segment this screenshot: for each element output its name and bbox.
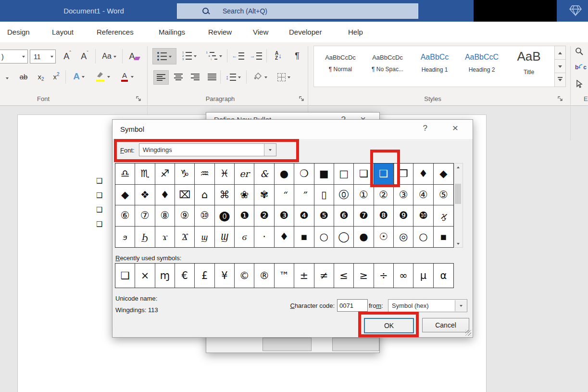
bullets-button[interactable] bbox=[152, 48, 176, 64]
symbol-cell[interactable]: ≠ bbox=[314, 264, 334, 288]
symbol-cell[interactable]: ❻ bbox=[334, 205, 354, 227]
tab-mailings[interactable]: Mailings bbox=[159, 22, 185, 42]
multilevel-list-button[interactable]: 1ai bbox=[203, 48, 225, 63]
numbering-button[interactable]: 123 bbox=[179, 48, 200, 63]
tab-developer[interactable]: Developer bbox=[289, 22, 322, 42]
symbol-cell[interactable]: ɱ bbox=[155, 264, 175, 288]
symbol-cell[interactable]: ⑧ bbox=[155, 205, 175, 227]
highlight-color-button[interactable] bbox=[92, 70, 113, 83]
borders-button[interactable] bbox=[273, 70, 294, 84]
symbol-cell[interactable]: ❿ bbox=[413, 205, 433, 227]
symbol-cell[interactable]: ● bbox=[354, 227, 374, 248]
symbol-cell[interactable]: ⑨ bbox=[175, 205, 195, 227]
symbol-cell[interactable]: ❑ bbox=[115, 264, 135, 288]
symbol-cell[interactable]: & bbox=[254, 164, 274, 185]
symbol-cell[interactable]: Ϣ bbox=[215, 227, 235, 248]
symbol-cell[interactable]: ◆ bbox=[434, 164, 453, 185]
styles-scroll-down[interactable] bbox=[554, 59, 566, 74]
style-card-heading-1[interactable]: AaBbCcHeading 1 bbox=[412, 48, 457, 85]
symbol-cell[interactable]: ™ bbox=[275, 264, 294, 288]
shading-button[interactable] bbox=[250, 70, 271, 84]
symbol-cell[interactable]: ❒ bbox=[394, 164, 413, 185]
tab-help[interactable]: Help bbox=[348, 22, 363, 42]
character-code-input[interactable] bbox=[337, 299, 368, 312]
symbol-cell[interactable]: µ bbox=[413, 264, 433, 288]
symbol-cell[interactable]: ϧ bbox=[115, 227, 135, 248]
tab-design[interactable]: Design bbox=[7, 22, 30, 42]
line-spacing-button[interactable]: ↕ bbox=[223, 70, 243, 84]
scroll-up-button[interactable] bbox=[454, 164, 462, 171]
scroll-thumb[interactable] bbox=[455, 184, 461, 204]
search-input[interactable]: Search (Alt+Q) bbox=[177, 3, 418, 19]
symbol-cell[interactable]: ♒ bbox=[195, 164, 214, 185]
symbol-cell[interactable]: ♎ bbox=[115, 164, 135, 185]
symbol-cell[interactable]: □ bbox=[334, 164, 354, 185]
symbol-cell[interactable]: ❏ bbox=[354, 164, 374, 185]
ok-button[interactable]: OK bbox=[364, 318, 414, 333]
dialog-title-bar[interactable]: Symbol ? × bbox=[113, 120, 473, 139]
symbol-cell[interactable]: ▪ bbox=[294, 227, 314, 248]
symbol-cell[interactable]: ❾ bbox=[394, 205, 413, 227]
style-card-title[interactable]: AaBTitle bbox=[506, 48, 551, 85]
symbol-cell[interactable]: ◯ bbox=[334, 227, 354, 248]
tab-references[interactable]: References bbox=[97, 22, 134, 42]
symbol-cell[interactable]: ■ bbox=[314, 164, 334, 185]
chevron-down-icon[interactable] bbox=[264, 144, 276, 156]
symbol-cell[interactable]: α bbox=[434, 264, 453, 288]
chevron-down-icon[interactable] bbox=[455, 300, 467, 311]
symbol-cell[interactable]: ② bbox=[374, 185, 394, 206]
symbol-cell[interactable]: ❸ bbox=[275, 205, 294, 227]
symbol-cell[interactable]: × bbox=[135, 264, 155, 288]
align-right-button[interactable] bbox=[188, 70, 202, 84]
symbol-cell[interactable]: ♓ bbox=[215, 164, 235, 185]
symbol-cell[interactable]: ♦ bbox=[413, 164, 433, 185]
symbol-cell[interactable]: ③ bbox=[394, 185, 413, 206]
symbol-cell[interactable]: ○ bbox=[314, 227, 334, 248]
tab-layout[interactable]: Layout bbox=[52, 22, 74, 42]
underline-chevron[interactable] bbox=[4, 73, 9, 82]
symbol-cell[interactable]: ⌧ bbox=[175, 185, 195, 206]
symbol-cell[interactable]: ” bbox=[294, 185, 314, 206]
symbol-cell[interactable]: ♦ bbox=[275, 227, 294, 248]
symbol-cell[interactable]: ⑥ bbox=[115, 205, 135, 227]
style-card--normal[interactable]: AaBbCcDc¶ Normal bbox=[318, 48, 363, 85]
symbol-cell[interactable]: ♦ bbox=[155, 185, 175, 206]
symbol-cell[interactable]: ⌂ bbox=[195, 185, 214, 206]
symbol-cell[interactable]: ≥ bbox=[354, 264, 374, 288]
font-dialog-launcher[interactable] bbox=[136, 96, 143, 103]
symbol-cell[interactable]: ◆ bbox=[115, 185, 135, 206]
style-card--no-spac-[interactable]: AaBbCcDc¶ No Spac... bbox=[365, 48, 410, 85]
style-card-heading-2[interactable]: AaBbCcCHeading 2 bbox=[459, 48, 504, 85]
symbol-cell[interactable]: ⑩ bbox=[195, 205, 214, 227]
paragraph-dialog-launcher[interactable] bbox=[299, 96, 306, 103]
symbol-cell[interactable]: ◎ bbox=[394, 227, 413, 248]
pilcrow-button[interactable]: ¶ bbox=[290, 48, 304, 63]
symbol-cell[interactable]: ♑ bbox=[175, 164, 195, 185]
replace-button[interactable]: bc bbox=[575, 63, 587, 71]
scroll-down-button[interactable] bbox=[454, 240, 462, 247]
symbol-cell[interactable]: ① bbox=[354, 185, 374, 206]
symbol-cell[interactable]: “ bbox=[275, 185, 294, 206]
symbol-cell[interactable]: ♐ bbox=[155, 164, 175, 185]
symbol-cell[interactable]: ⑤ bbox=[434, 185, 453, 206]
shrink-font-button[interactable]: A ˇ bbox=[77, 50, 92, 63]
help-icon[interactable]: ? bbox=[423, 124, 427, 133]
clear-formatting-button[interactable]: A bbox=[126, 50, 143, 63]
align-center-button[interactable] bbox=[171, 70, 186, 84]
text-effects-button[interactable]: A bbox=[69, 70, 88, 83]
font-color-button[interactable]: A bbox=[117, 70, 137, 83]
align-left-button[interactable] bbox=[153, 70, 169, 85]
symbol-cell[interactable]: ϗ bbox=[434, 205, 453, 227]
select-button[interactable] bbox=[575, 80, 583, 90]
symbol-cell[interactable]: ☉ bbox=[374, 227, 394, 248]
symbol-cell[interactable]: ○ bbox=[413, 227, 433, 248]
grow-font-button[interactable]: A ˆ bbox=[60, 50, 75, 63]
symbol-cell[interactable]: £ bbox=[195, 264, 214, 288]
strikethrough-button[interactable]: ab bbox=[15, 70, 32, 83]
symbol-cell[interactable]: € bbox=[175, 264, 195, 288]
symbol-cell[interactable]: ▯ bbox=[314, 185, 334, 206]
symbol-cell[interactable]: ⓿ bbox=[215, 205, 235, 227]
decrease-indent-button[interactable]: ← bbox=[230, 49, 246, 63]
font-select[interactable]: Wingdings bbox=[139, 143, 276, 156]
superscript-button[interactable]: x2 bbox=[50, 70, 63, 83]
